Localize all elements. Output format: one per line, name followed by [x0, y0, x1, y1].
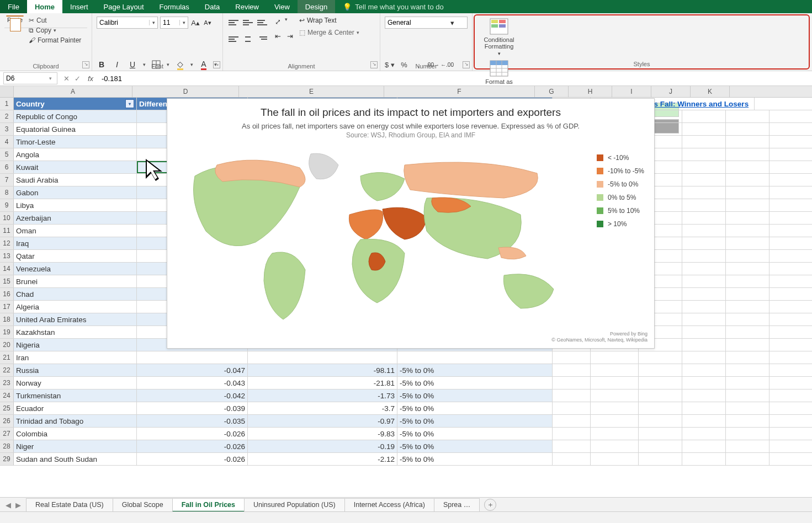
cell[interactable]: -21.81: [248, 377, 397, 389]
cell[interactable]: [682, 301, 726, 313]
cell[interactable]: -9.83: [248, 428, 397, 440]
embedded-chart[interactable]: The fall in oil prices and its impact to…: [167, 98, 655, 349]
cell[interactable]: Qatar: [14, 250, 137, 262]
row-header[interactable]: 2: [0, 110, 14, 122]
row-header[interactable]: 6: [0, 161, 14, 173]
cell[interactable]: [726, 237, 769, 249]
cell[interactable]: Azerbaijan: [14, 212, 137, 224]
cell[interactable]: [726, 453, 769, 465]
cell[interactable]: Algeria: [14, 301, 137, 313]
cell[interactable]: [726, 225, 769, 237]
cell[interactable]: [726, 212, 769, 224]
dialog-launcher-font[interactable]: ↘: [213, 61, 220, 68]
cell[interactable]: [726, 313, 769, 325]
formula-input[interactable]: [98, 74, 812, 83]
new-sheet-button[interactable]: ＋: [484, 499, 496, 511]
cell[interactable]: [397, 351, 553, 364]
row-header[interactable]: 23: [0, 377, 14, 389]
cell[interactable]: [639, 440, 682, 452]
cell[interactable]: [553, 351, 591, 364]
row-header[interactable]: 8: [0, 186, 14, 199]
cell[interactable]: Equatorial Guinea: [14, 123, 137, 135]
cell[interactable]: Iraq: [14, 237, 137, 249]
name-box[interactable]: ▾: [3, 72, 57, 84]
cell[interactable]: [726, 275, 769, 287]
cell[interactable]: Colombia: [14, 428, 137, 440]
font-name-input[interactable]: [97, 18, 149, 28]
cell[interactable]: [682, 339, 726, 351]
cell[interactable]: [682, 275, 726, 287]
row-header[interactable]: 9: [0, 199, 14, 211]
align-top-button[interactable]: [227, 17, 240, 29]
cell[interactable]: [726, 339, 769, 351]
cell[interactable]: [682, 364, 726, 376]
cell[interactable]: [553, 440, 591, 452]
cell[interactable]: -5% to 0%: [397, 453, 553, 465]
worksheet-tab[interactable]: Real Estate Data (US): [26, 498, 113, 512]
font-size-combo[interactable]: ▾: [160, 17, 188, 29]
cell[interactable]: -98.11: [248, 364, 397, 376]
format-painter-button[interactable]: 🖌Format Painter: [29, 36, 81, 44]
cell[interactable]: Venezuela: [14, 263, 137, 275]
chevron-down-icon[interactable]: ▾: [285, 17, 288, 26]
row-header[interactable]: 15: [0, 275, 14, 287]
align-bottom-button[interactable]: [256, 17, 268, 29]
chevron-down-icon[interactable]: ▾: [47, 76, 54, 81]
cell[interactable]: Angola: [14, 148, 137, 161]
col-header-H[interactable]: H: [569, 86, 612, 97]
tab-insert[interactable]: Insert: [62, 0, 96, 13]
cell[interactable]: [682, 313, 726, 325]
align-middle-button[interactable]: [242, 17, 254, 29]
cell[interactable]: [682, 123, 726, 135]
worksheet-tab[interactable]: Global Scope: [113, 498, 173, 512]
cell[interactable]: [726, 199, 769, 211]
cell[interactable]: Libya: [14, 199, 137, 211]
cell[interactable]: [682, 212, 726, 224]
cell[interactable]: [553, 402, 591, 414]
cell[interactable]: Republic of Congo: [14, 110, 137, 122]
row-header[interactable]: 21: [0, 351, 14, 364]
cell[interactable]: Chad: [14, 288, 137, 300]
fx-icon[interactable]: fx: [83, 74, 98, 83]
row-header[interactable]: 26: [0, 415, 14, 427]
col-header-F[interactable]: F: [384, 86, 535, 97]
cell[interactable]: [639, 351, 682, 364]
cell[interactable]: -5% to 0%: [397, 440, 553, 452]
cell[interactable]: [682, 402, 726, 414]
cell[interactable]: [248, 351, 397, 364]
wrap-text-button[interactable]: ↩Wrap Text: [299, 17, 359, 24]
font-name-combo[interactable]: ▾: [97, 17, 158, 29]
cell[interactable]: [726, 136, 769, 148]
cell[interactable]: Russia: [14, 364, 137, 376]
cell[interactable]: [682, 288, 726, 300]
chevron-down-icon[interactable]: ▾: [450, 19, 454, 27]
grow-font-button[interactable]: A▴: [190, 18, 200, 28]
row-header[interactable]: 17: [0, 301, 14, 313]
cell[interactable]: [639, 377, 682, 389]
row-header[interactable]: 24: [0, 389, 14, 402]
cell[interactable]: [682, 326, 726, 338]
tab-review[interactable]: Review: [227, 0, 267, 13]
cell[interactable]: -0.026: [137, 428, 248, 440]
row-header[interactable]: 4: [0, 136, 14, 148]
cell[interactable]: [726, 174, 769, 186]
cell[interactable]: [726, 415, 769, 427]
cell[interactable]: [591, 428, 639, 440]
cell[interactable]: [682, 174, 726, 186]
cell[interactable]: [553, 428, 591, 440]
cell[interactable]: Kuwait: [14, 161, 137, 173]
filter-dropdown-icon[interactable]: ▾: [125, 99, 134, 108]
cell[interactable]: [726, 377, 769, 389]
cell[interactable]: [726, 110, 769, 122]
cell[interactable]: [726, 440, 769, 452]
cell[interactable]: -0.039: [137, 402, 248, 414]
cell[interactable]: -1.73: [248, 389, 397, 402]
tab-page-layout[interactable]: Page Layout: [96, 0, 152, 13]
cell[interactable]: Turkmenistan: [14, 389, 137, 402]
cell[interactable]: -5% to 0%: [397, 415, 553, 427]
cell[interactable]: [639, 389, 682, 402]
enter-formula-button[interactable]: ✓: [72, 74, 83, 83]
chevron-down-icon[interactable]: ▾: [357, 30, 359, 35]
cell[interactable]: [682, 237, 726, 249]
cell[interactable]: [553, 377, 591, 389]
